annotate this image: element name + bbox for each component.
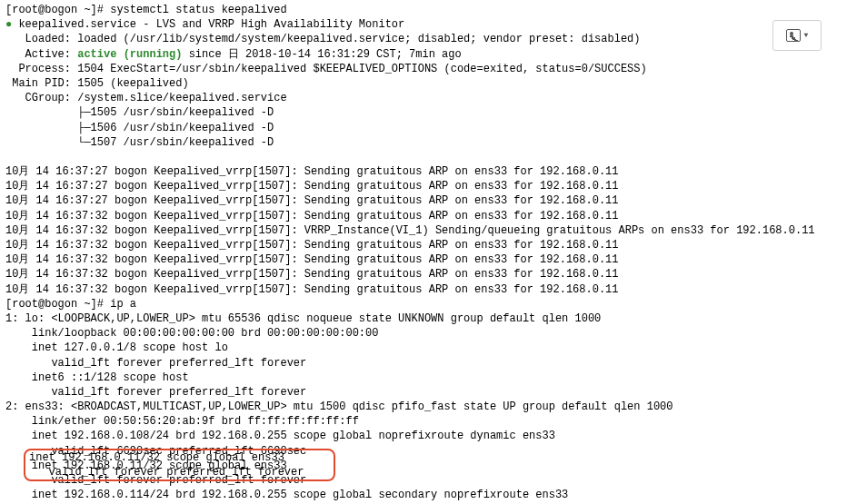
ip-output: valid_lft 6690sec preferred_lft 6690sec <box>5 444 862 459</box>
main-pid-line: Main PID: 1505 (keepalived) <box>5 76 862 91</box>
image-icon <box>786 29 801 42</box>
ip-output: inet 192.168.0.114/24 brd 192.168.0.255 … <box>5 488 862 502</box>
cgroup-child: └─1507 /usr/sbin/keepalived -D <box>5 135 862 150</box>
loaded-line: Loaded: loaded (/usr/lib/systemd/system/… <box>5 32 862 46</box>
log-line: 10月 14 16:37:32 bogon Keepalived_vrrp[15… <box>5 238 862 252</box>
process-line: Process: 1504 ExecStart=/usr/sbin/keepal… <box>5 62 862 76</box>
active-label: Active: <box>5 48 77 61</box>
ip-output: valid_lft forever preferred_lft forever <box>5 385 862 400</box>
cgroup-child: ├─1506 /usr/sbin/keepalived -D <box>5 121 862 135</box>
ip-output: valid_lft forever preferred_lft forever <box>5 356 862 371</box>
log-line: 10月 14 16:37:32 bogon Keepalived_vrrp[15… <box>5 267 862 282</box>
log-line: 10月 14 16:37:32 bogon Keepalived_vrrp[15… <box>5 282 862 297</box>
log-line: 10月 14 16:37:32 bogon Keepalived_vrrp[15… <box>5 209 862 223</box>
service-name: keepalived.service - LVS and VRRP High A… <box>18 18 404 31</box>
chevron-down-icon: ▼ <box>804 31 809 41</box>
ip-output: inet6 ::1/128 scope host <box>5 371 862 385</box>
active-line: Active: active (running) since 日 2018-10… <box>5 47 862 62</box>
log-line: 10月 14 16:37:27 bogon Keepalived_vrrp[15… <box>5 193 862 208</box>
log-line: 10月 14 16:37:27 bogon Keepalived_vrrp[15… <box>5 164 862 179</box>
service-header: ● keepalived.service - LVS and VRRP High… <box>5 17 862 32</box>
ip-output: 2: ens33: <BROADCAST,MULTICAST,UP,LOWER_… <box>5 400 862 414</box>
ip-output: 1: lo: <LOOPBACK,UP,LOWER_UP> mtu 65536 … <box>5 311 862 326</box>
status-dot-icon: ● <box>5 18 12 31</box>
ip-output: inet 192.168.0.108/24 brd 192.168.0.255 … <box>5 429 862 443</box>
cgroup-line: CGroup: /system.slice/keepalived.service <box>5 91 862 105</box>
blank <box>5 150 862 164</box>
active-state: active (running) <box>77 48 182 61</box>
ip-output-vip: valid_lft forever preferred_lft forever <box>5 473 862 488</box>
cgroup-child: ├─1505 /usr/sbin/keepalived -D <box>5 105 862 120</box>
log-line: 10月 14 16:37:27 bogon Keepalived_vrrp[15… <box>5 179 862 193</box>
prompt-status: [root@bogon ~]# systemctl status keepali… <box>5 3 862 17</box>
ip-output: link/loopback 00:00:00:00:00:00 brd 00:0… <box>5 326 862 341</box>
prompt-ip: [root@bogon ~]# ip a <box>5 297 862 311</box>
active-since: since 日 2018-10-14 16:31:29 CST; 7min ag… <box>182 48 461 61</box>
ip-output: inet 127.0.0.1/8 scope host lo <box>5 341 862 355</box>
ip-output-vip: inet 192.168.0.11/32 scope global ens33 <box>5 459 862 473</box>
ip-output: link/ether 00:50:56:20:ab:9f brd ff:ff:f… <box>5 414 862 429</box>
log-line: 10月 14 16:37:32 bogon Keepalived_vrrp[15… <box>5 252 862 267</box>
log-line: 10月 14 16:37:32 bogon Keepalived_vrrp[15… <box>5 223 862 238</box>
image-options-button[interactable]: ▼ <box>772 20 822 51</box>
